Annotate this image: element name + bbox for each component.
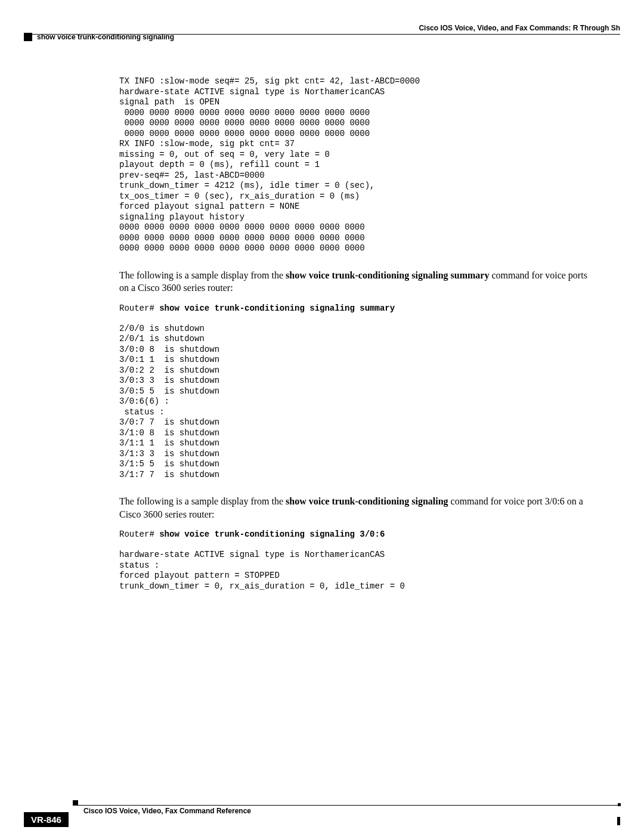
footer-doc-title: Cisco IOS Voice, Video, Fax Command Refe… — [83, 807, 620, 815]
para2-pre: The following is a sample display from t… — [119, 496, 286, 506]
code-block-1: TX INFO :slow-mode seq#= 25, sig pkt cnt… — [119, 76, 596, 254]
page-number: VR-846 — [24, 812, 69, 827]
header-chapter-title: Cisco IOS Voice, Video, and Fax Commands… — [24, 24, 620, 32]
cmd2-command: show voice trunk-conditioning signaling … — [159, 529, 385, 539]
code-block-3: hardware-state ACTIVE signal type is Nor… — [119, 550, 596, 592]
header-left-block: show voice trunk-conditioning signaling — [24, 33, 174, 41]
paragraph-2: The following is a sample display from t… — [119, 495, 596, 521]
command-line-1: Router# show voice trunk-conditioning si… — [119, 304, 596, 313]
para1-bold: show voice trunk-conditioning signaling … — [286, 270, 489, 280]
paragraph-1: The following is a sample display from t… — [119, 269, 596, 295]
command-line-2: Router# show voice trunk-conditioning si… — [119, 529, 596, 539]
cmd1-command: show voice trunk-conditioning signaling … — [159, 304, 395, 313]
code-block-2: 2/0/0 is shutdown 2/0/1 is shutdown 3/0:… — [119, 324, 596, 481]
page-footer: Cisco IOS Voice, Video, Fax Command Refe… — [24, 805, 620, 815]
para1-pre: The following is a sample display from t… — [119, 270, 286, 280]
header-square-icon — [24, 33, 32, 41]
cmd2-prompt: Router# — [119, 529, 159, 539]
page: Cisco IOS Voice, Video, and Fax Commands… — [0, 0, 644, 833]
content: TX INFO :slow-mode seq#= 25, sig pkt cnt… — [119, 76, 596, 592]
footer-inner: Cisco IOS Voice, Video, Fax Command Refe… — [24, 805, 620, 815]
cmd1-prompt: Router# — [119, 304, 159, 313]
footer-square-icon — [73, 800, 78, 806]
footer-right-tick-icon — [617, 817, 620, 825]
page-header: Cisco IOS Voice, Video, and Fax Commands… — [24, 24, 620, 35]
footer-end-square-icon — [618, 803, 621, 806]
header-section-title: show voice trunk-conditioning signaling — [37, 33, 174, 41]
para2-bold: show voice trunk-conditioning signaling — [286, 496, 448, 506]
footer-rule — [78, 805, 620, 806]
